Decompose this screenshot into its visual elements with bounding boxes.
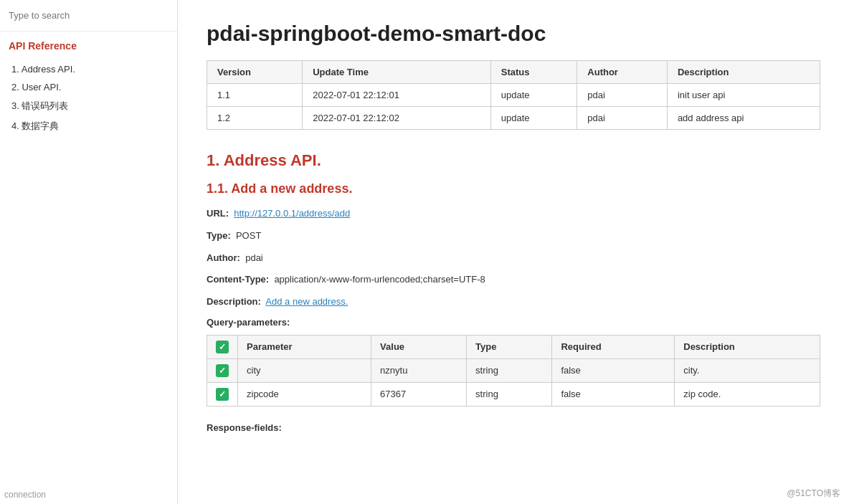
check-icon [216,388,229,401]
type-label: Type: [207,230,231,241]
author-label: Author: [207,252,240,263]
param-desc: zip code. [675,382,820,406]
desc-cell: add address api [667,107,820,130]
sidebar-link-error[interactable]: 3. 错误码列表 [0,96,177,116]
content-type-value: application/x-www-form-urlencoded;charse… [274,274,485,285]
author-cell: pdai [577,84,668,107]
connection-text: connection [4,490,46,500]
url-link[interactable]: http://127.0.0.1/address/add [234,208,350,219]
version-cell: 1.1 [207,84,303,107]
type-value: POST [236,230,261,241]
section1-heading: 1. Address API. [207,151,820,170]
param-required: false [552,358,675,382]
description-field: Description: Add a new address. [207,295,820,310]
version-cell: 1.2 [207,107,303,130]
update-time-cell: 2022-07-01 22:12:01 [303,84,491,107]
sidebar-item-address[interactable]: 1. Address API. [0,60,177,78]
col-author: Author [577,61,668,84]
url-field: URL: http://127.0.0.1/address/add [207,206,820,222]
sidebar: API Reference 1. Address API. 2. User AP… [0,0,178,504]
sidebar-item-dict[interactable]: 4. 数据字典 [0,116,177,136]
table-row: 1.1 2022-07-01 22:12:01 update pdai init… [207,84,820,107]
sidebar-item-error[interactable]: 3. 错误码列表 [0,96,177,116]
response-fields-heading: Response-fields: [207,422,282,433]
param-row-city: city nznytu string false city. [207,358,820,382]
param-value: nznytu [371,358,467,382]
sidebar-section-title: API Reference [0,32,177,57]
search-input[interactable] [0,0,177,32]
content-type-field: Content-Type: application/x-www-form-url… [207,272,820,287]
description-value: Add a new address. [265,296,348,307]
sidebar-link-dict[interactable]: 4. 数据字典 [0,116,177,136]
col-value: Value [371,335,467,358]
col-type: Type [467,335,552,358]
watermark: @51CTO博客 [787,488,840,500]
param-desc: city. [675,358,820,382]
param-value: 67367 [371,382,467,406]
desc-cell: init user api [667,84,820,107]
sidebar-item-user[interactable]: 2. User API. [0,78,177,96]
update-time-cell: 2022-07-01 22:12:02 [303,107,491,130]
param-row-zipcode: zipcode 67367 string false zip code. [207,382,820,406]
info-table: Version Update Time Status Author Descri… [207,60,820,130]
status-cell: update [490,84,577,107]
param-required: false [552,382,675,406]
col-description: Description [667,61,820,84]
sidebar-link-address[interactable]: 1. Address API. [0,60,177,78]
content-type-label: Content-Type: [207,274,269,285]
url-label: URL: [207,208,229,219]
col-parameter: Parameter [238,335,371,358]
table-row: 1.2 2022-07-01 22:12:02 update pdai add … [207,107,820,130]
page-title: pdai-springboot-demo-smart-doc [207,22,820,46]
col-desc: Description [675,335,820,358]
param-name: city [238,358,371,382]
type-field: Type: POST [207,229,820,244]
sidebar-link-user[interactable]: 2. User API. [0,78,177,96]
description-label: Description: [207,296,261,307]
check-icon [216,364,229,377]
subsection1-heading: 1.1. Add a new address. [207,181,820,196]
col-update-time: Update Time [303,61,491,84]
param-type: string [467,358,552,382]
author-cell: pdai [577,107,668,130]
response-fields-label: Response-fields: [207,421,820,436]
col-status: Status [490,61,577,84]
col-required: Required [552,335,675,358]
col-check [207,335,238,358]
check-cell [207,382,238,406]
author-value: pdai [245,252,263,263]
param-name: zipcode [238,382,371,406]
check-cell [207,358,238,382]
col-version: Version [207,61,303,84]
status-cell: update [490,107,577,130]
sidebar-nav: 1. Address API. 2. User API. 3. 错误码列表 4.… [0,57,177,139]
params-table: Parameter Value Type Required Descriptio… [207,335,820,406]
param-type: string [467,382,552,406]
author-field: Author: pdai [207,251,820,266]
check-icon [216,341,229,353]
main-content: pdai-springboot-demo-smart-doc Version U… [178,0,849,504]
query-params-label: Query-parameters: [207,317,820,328]
